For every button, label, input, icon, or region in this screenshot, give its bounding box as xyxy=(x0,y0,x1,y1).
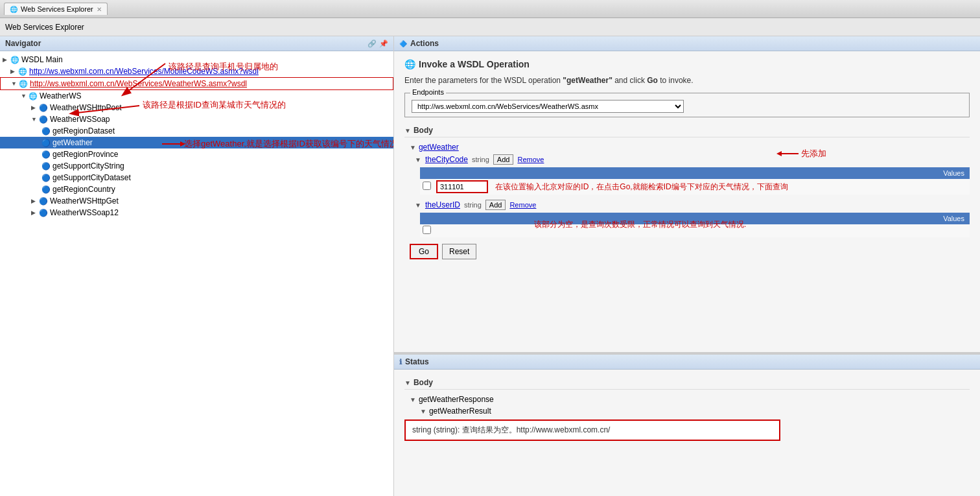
city-code-add-button[interactable]: Add xyxy=(493,154,514,165)
status-body-collapse-icon[interactable]: ▼ xyxy=(404,379,411,386)
httpget-icon: 🔵 xyxy=(39,197,48,206)
response-collapse-icon[interactable]: ▼ xyxy=(410,396,416,403)
soap-icon: 🔵 xyxy=(39,115,48,124)
title-bar: 🌐 Web Services Explorer ✕ xyxy=(0,0,980,18)
body-collapse-icon[interactable]: ▼ xyxy=(404,127,411,134)
user-id-section-wrapper: 该部分为空，是查询次数受限，正常情况可以查询到天气情况. ▼ theUserID… xyxy=(404,200,970,237)
endpoints-section: Endpoints http://ws.webxml.com.cn/WebSer… xyxy=(404,93,970,117)
actions-panel: 🔷 Actions 🌐 Invoke a WSDL Operation Ente… xyxy=(394,36,980,353)
user-id-collapse-icon[interactable]: ▼ xyxy=(415,202,421,209)
user-id-value-cell xyxy=(434,224,970,237)
user-id-value-row xyxy=(420,224,970,237)
tree-weatherws[interactable]: ▼ 🌐 WeatherWS xyxy=(0,90,393,102)
url2-link[interactable]: http://ws.webxml.com.cn/WebServices/Weat… xyxy=(30,79,247,88)
link-icon[interactable]: 🔗 xyxy=(368,40,377,48)
body-label: Body xyxy=(414,126,433,135)
toolbar-title: Web Services Explorer xyxy=(5,23,84,32)
city-code-param-row: ▼ theCityCode string Add Remove xyxy=(404,154,970,165)
tab-close-button[interactable]: ✕ xyxy=(97,6,102,13)
tree-get-region-dataset[interactable]: 🔵 getRegionDataset xyxy=(0,125,393,137)
user-id-checkbox[interactable] xyxy=(423,226,431,234)
navigator-header: Navigator 🔗 📌 xyxy=(0,36,393,51)
expand-icon-soap12: ▶ xyxy=(31,209,38,216)
tab-web-services-explorer[interactable]: 🌐 Web Services Explorer ✕ xyxy=(4,3,108,15)
user-id-values-header: Values xyxy=(420,213,970,224)
tree-get-region-province[interactable]: 🔵 getRegionProvince xyxy=(0,148,393,160)
actions-content: 🌐 Invoke a WSDL Operation Enter the para… xyxy=(394,51,980,272)
user-id-link[interactable]: theUserID xyxy=(425,200,460,209)
expand-icon-url1: ▶ xyxy=(10,68,17,75)
tree-get-region-country[interactable]: 🔵 getRegionCountry xyxy=(0,183,393,195)
tree-weatherws-soap12[interactable]: ▶ 🔵 WeatherWSSoap12 xyxy=(0,207,393,218)
expand-icon-httppost: ▶ xyxy=(31,104,38,111)
actions-header: 🔷 Actions xyxy=(394,36,980,51)
expand-icon-soap: ▼ xyxy=(31,116,38,123)
city-code-collapse-icon[interactable]: ▼ xyxy=(415,156,421,163)
get-weather-response-label: getWeatherResponse xyxy=(419,395,494,404)
city-code-input[interactable] xyxy=(436,180,488,193)
tree-url2[interactable]: ▼ 🌐 http://ws.webxml.com.cn/WebServices/… xyxy=(0,77,393,90)
reset-button[interactable]: Reset xyxy=(442,244,476,259)
invoke-desc-pre: Enter the parameters for the WSDL operat… xyxy=(404,76,563,85)
tree-get-weather[interactable]: 🔵 getWeather xyxy=(0,137,393,148)
tree-get-support-city-dataset[interactable]: 🔵 getSupportCityDataset xyxy=(0,172,393,183)
status-label: Status xyxy=(405,357,429,366)
invoke-click-label: Go xyxy=(647,76,658,85)
invoke-icon: 🌐 xyxy=(404,59,415,69)
pin-icon[interactable]: 📌 xyxy=(379,40,388,48)
tree-weatherws-http-get[interactable]: ▶ 🔵 WeatherWSHttpGet xyxy=(0,195,393,207)
endpoint-select[interactable]: http://ws.webxml.com.cn/WebServices/Weat… xyxy=(412,100,684,113)
get-weather-response-row: ▼ getWeatherResponse xyxy=(404,395,970,404)
url1-link[interactable]: http://ws.webxml.com.cn/WebServices/Mobi… xyxy=(29,67,259,76)
user-id-input[interactable] xyxy=(436,226,631,236)
actions-icon: 🔷 xyxy=(399,40,407,47)
user-id-remove-link[interactable]: Remove xyxy=(509,201,536,209)
get-weather-result-label: getWeatherResult xyxy=(429,407,491,416)
response-result-box: string (string): 查询结果为空。http://www.webxm… xyxy=(404,419,780,441)
city-code-link[interactable]: theCityCode xyxy=(425,155,468,164)
province-icon: 🔵 xyxy=(41,150,51,159)
result-text: string (string): 查询结果为空。http://www.webxm… xyxy=(412,425,610,434)
get-weather-collapse-icon[interactable]: ▼ xyxy=(410,144,416,151)
result-collapse-icon[interactable]: ▼ xyxy=(420,408,426,415)
actions-label: Actions xyxy=(410,39,439,48)
invoke-desc-end: to invoke. xyxy=(658,76,694,85)
go-button[interactable]: Go xyxy=(410,244,438,259)
tree-get-support-city-string[interactable]: 🔵 getSupportCityString xyxy=(0,160,393,172)
get-region-dataset-label: getRegionDataset xyxy=(52,126,115,136)
httppost-icon: 🔵 xyxy=(39,104,48,112)
user-id-values-table: Values xyxy=(420,213,970,237)
tab-label: Web Services Explorer xyxy=(21,5,93,13)
expand-icon-weatherws: ▼ xyxy=(21,93,27,99)
user-id-param-row: ▼ theUserID string Add Remove xyxy=(404,200,970,210)
city-code-checkbox[interactable] xyxy=(423,182,431,190)
navigator-panel: 该路径是查询手机号归属地的 Navigator 🔗 📌 ▶ 🌐 WSD xyxy=(0,36,394,496)
weather-icon: 🔵 xyxy=(41,139,51,147)
tree-weatherws-http-post[interactable]: ▶ 🔵 WeatherWSHttpPost xyxy=(0,102,393,113)
get-weather-result-row: ▼ getWeatherResult xyxy=(404,407,970,416)
invoke-desc-post: and click xyxy=(612,76,647,85)
city-code-remove-link[interactable]: Remove xyxy=(517,156,544,163)
status-panel: ℹ Status ▼ Body ▼ getWeatherResponse ▼ g… xyxy=(394,353,980,496)
tree-weatherws-soap[interactable]: ▼ 🔵 WeatherWSSoap xyxy=(0,113,393,125)
tree-url1[interactable]: ▶ 🌐 http://ws.webxml.com.cn/WebServices/… xyxy=(0,65,393,77)
get-weather-link[interactable]: getWeather xyxy=(419,143,459,152)
city-code-value-row: 在该位置输入北京对应的ID，在点击Go,就能检索ID编号下对应的天气情况，下面查… xyxy=(420,179,970,195)
weatherws-icon: 🌐 xyxy=(29,92,38,100)
soap12-label: WeatherWSSoap12 xyxy=(50,208,119,217)
soap-label: WeatherWSSoap xyxy=(50,115,110,124)
navigator-tree: ▶ 🌐 WSDL Main ▶ 🌐 http://ws.webxml.com.c… xyxy=(0,51,393,496)
endpoints-label: Endpoints xyxy=(410,88,446,96)
city-code-values-table: Values 在该位置输入北京对应的ID，在点击Go,就能检索ID编号下对应的天… xyxy=(420,167,970,195)
endpoints-inner: http://ws.webxml.com.cn/WebServices/Weat… xyxy=(412,97,962,113)
user-id-add-button[interactable]: Add xyxy=(485,200,506,210)
status-content: ▼ Body ▼ getWeatherResponse ▼ getWeather… xyxy=(394,370,980,447)
weatherws-label: WeatherWS xyxy=(40,91,81,100)
get-weather-row: ▼ getWeather xyxy=(404,143,970,152)
status-header: ℹ Status xyxy=(394,355,980,370)
status-body-header: ▼ Body xyxy=(404,376,970,390)
invoke-operation: "getWeather" xyxy=(563,76,612,85)
invoke-description: Enter the parameters for the WSDL operat… xyxy=(404,76,970,85)
expand-icon-url2: ▼ xyxy=(11,80,18,87)
tree-wsdl-main[interactable]: ▶ 🌐 WSDL Main xyxy=(0,54,393,65)
